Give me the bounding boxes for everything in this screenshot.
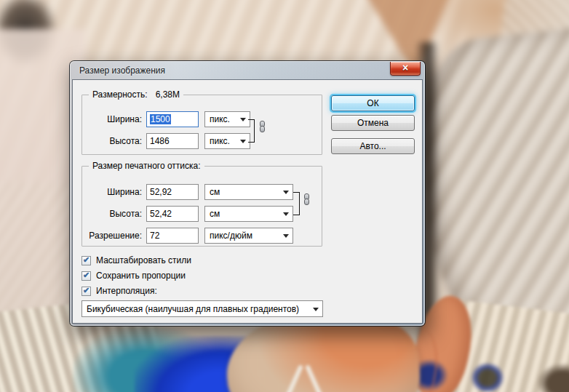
interpolation-select[interactable]: Бикубическая (наилучшая для плавных град… (81, 300, 323, 317)
link-icon (259, 121, 266, 133)
close-icon: × (402, 63, 408, 73)
auto-button[interactable]: Авто... (331, 138, 415, 154)
yarn-strands-bottom-right (429, 298, 569, 392)
dropdown-arrow-icon (283, 234, 289, 241)
fabric-patch-top-right (431, 0, 569, 82)
print-size-group: Размер печатного оттиска: Ширина: см Выс… (81, 166, 322, 247)
ok-button[interactable]: ОК (331, 95, 415, 111)
resolution-row: Разрешение: пикс/дюйм (88, 228, 293, 244)
resolution-unit-select[interactable]: пикс/дюйм (204, 228, 293, 244)
pixel-height-label: Высота: (88, 136, 142, 146)
scale-styles-label: Масштабировать стили (96, 255, 191, 265)
check-icon: ✔ (83, 287, 89, 295)
resample-checkbox[interactable]: ✔ (81, 287, 91, 296)
pixel-width-row: Ширина: 1500 пикс. (88, 111, 250, 127)
pixel-dimensions-group: Размерность: 6,38M Ширина: 1500 пикс. Вы… (81, 95, 322, 155)
print-width-row: Ширина: см (88, 184, 293, 200)
navy-yarn-bits-2 (466, 358, 509, 392)
print-width-unit-select[interactable]: см (204, 184, 293, 200)
dark-spot-top-left (0, 0, 71, 82)
resample-row: ✔ Интерполяция: (81, 286, 157, 296)
print-size-label: Размер печатного оттиска: (92, 161, 201, 171)
print-height-unit: см (210, 209, 220, 219)
print-width-label: Ширина: (88, 187, 142, 197)
blue-yarn-ball (135, 336, 280, 392)
teal-yarn (73, 326, 218, 392)
pixel-dimensions-legend: Размерность: 6,38M (89, 89, 183, 100)
check-icon: ✔ (83, 256, 89, 264)
pixel-width-unit-select[interactable]: пикс. (204, 111, 250, 127)
pixel-height-row: Высота: пикс. (88, 133, 250, 149)
pixel-height-unit: пикс. (210, 136, 230, 146)
constrain-proportions-checkbox[interactable]: ✔ (81, 271, 91, 281)
print-height-label: Высота: (88, 209, 142, 219)
dropdown-arrow-icon (240, 118, 246, 124)
file-size-value: 6,38M (156, 89, 180, 100)
print-width-input[interactable] (146, 184, 199, 200)
pixel-width-input[interactable]: 1500 (146, 111, 199, 127)
dropdown-arrow-icon (283, 191, 289, 197)
print-width-unit: см (210, 187, 220, 197)
check-icon: ✔ (83, 271, 89, 279)
resolution-input[interactable] (146, 228, 199, 244)
link-bracket (248, 119, 255, 143)
interpolation-value: Бикубическая (наилучшая для плавных град… (87, 304, 299, 314)
pixel-width-unit: пикс. (210, 114, 230, 124)
titlebar[interactable]: Размер изображения × (70, 61, 425, 80)
scale-styles-row: ✔ Масштабировать стили (81, 255, 191, 265)
print-height-row: Высота: см (88, 206, 293, 222)
yarn-texture-top-right (495, 0, 569, 107)
print-height-unit-select[interactable]: см (204, 206, 293, 222)
dialog-body: Размерность: 6,38M Ширина: 1500 пикс. Вы… (73, 80, 422, 323)
pixel-width-label: Ширина: (88, 114, 142, 124)
image-size-dialog: Размер изображения × Размерность: 6,38M … (70, 61, 425, 326)
dialog-title: Размер изображения (79, 65, 165, 76)
yarn-ball-right (410, 26, 569, 361)
print-height-input[interactable] (146, 206, 199, 222)
dropdown-arrow-icon (313, 308, 319, 314)
dropdown-arrow-icon (283, 212, 289, 219)
constrain-proportions-label: Сохранить пропорции (96, 271, 186, 281)
resolution-label: Разрешение: (88, 231, 142, 241)
constrain-proportions-row: ✔ Сохранить пропорции (81, 271, 186, 281)
scale-styles-checkbox[interactable]: ✔ (81, 256, 91, 265)
pixel-height-input[interactable] (146, 133, 199, 149)
print-size-legend: Размер печатного оттиска: (89, 161, 204, 171)
cancel-button[interactable]: Отмена (331, 115, 415, 131)
white-string-right (305, 364, 325, 392)
link-bracket (293, 192, 300, 215)
dark-corner-bottom-right (530, 358, 569, 392)
navy-yarn-bits (404, 353, 455, 392)
pixel-width-value: 1500 (150, 114, 171, 124)
pixel-height-unit-select[interactable]: пикс. (204, 133, 250, 149)
close-button[interactable]: × (390, 62, 421, 76)
resample-label: Интерполяция: (96, 286, 157, 296)
resolution-unit: пикс/дюйм (210, 231, 252, 241)
fabric-seam (386, 324, 443, 392)
desktop: Размер изображения × Размерность: 6,38M … (0, 0, 569, 392)
white-string-left (283, 364, 303, 392)
dropdown-arrow-icon (240, 140, 246, 146)
link-icon (303, 193, 310, 206)
pixel-dimensions-label: Размерность: (92, 89, 148, 100)
